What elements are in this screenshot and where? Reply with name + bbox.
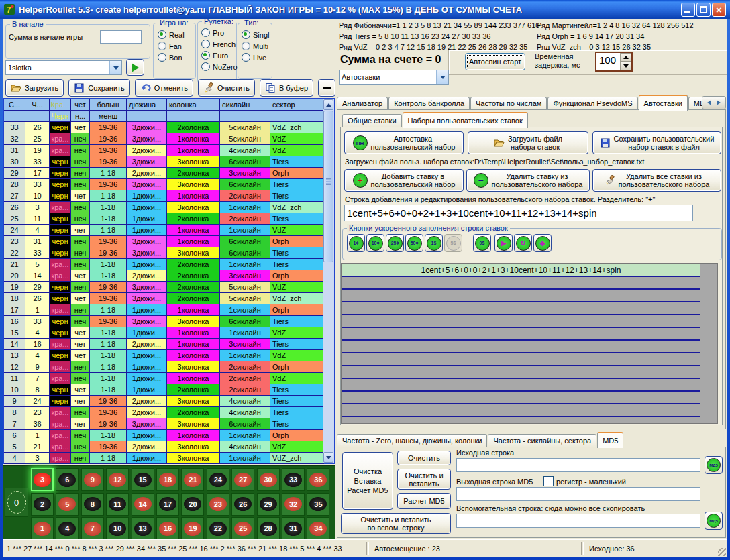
- table-row[interactable]: 736кра...чет19-363дюжи...3колонка6сиклай…: [4, 418, 334, 430]
- table-row[interactable]: 2917черннеч1-182дюжи...2колонка3сиклайнO…: [4, 168, 334, 179]
- scrollbar-thumb[interactable]: [323, 111, 333, 262]
- tab-частоты-по-числам[interactable]: Частоты по числам: [470, 97, 547, 110]
- roulette-cell-14[interactable]: 14: [132, 493, 154, 516]
- autospin-start-button[interactable]: Автоспин старт: [465, 53, 525, 70]
- roulette-cell-33[interactable]: 33: [282, 468, 305, 491]
- bet-list-row[interactable]: [342, 302, 701, 315]
- roulette-cell-19[interactable]: 19: [181, 517, 204, 540]
- toolbar-minus-button[interactable]: [318, 79, 335, 97]
- toolbar-button-очистить[interactable]: Очистить: [198, 79, 255, 97]
- roulette-cell-15[interactable]: 15: [132, 468, 154, 491]
- tab-частота-zero-шансы-дюжины-колонки[interactable]: Частота - Zero, шансы, дюжины, колонки: [337, 434, 487, 447]
- roulette-cell-1[interactable]: 1: [31, 517, 54, 540]
- roulette-cell-21[interactable]: 21: [181, 468, 204, 491]
- roulette-cell-8[interactable]: 8: [81, 493, 104, 516]
- tab-автоставки[interactable]: Автоставки: [639, 95, 688, 111]
- subtab-наборы-пользовательских-ставок[interactable]: Наборы пользовательских ставок: [403, 112, 528, 128]
- md5-clear-paste-helper-button[interactable]: Очистить и вставитьво вспом. строку: [341, 513, 451, 534]
- table-row[interactable]: 2511черннеч1-181дюжи...2колонка2сиклайнT…: [4, 213, 334, 225]
- roulette-cell-25[interactable]: 25: [231, 517, 254, 540]
- radio-french[interactable]: French: [201, 38, 238, 50]
- roulette-cell-26[interactable]: 26: [231, 493, 254, 516]
- slot-combo[interactable]: 1slotka: [5, 60, 122, 75]
- play-button[interactable]: ▶: [494, 234, 513, 252]
- scroll-down-icon[interactable]: [323, 452, 333, 463]
- table-row[interactable]: 2014кра...чет1-182дюжи...2колонка3сиклай…: [4, 270, 334, 282]
- roulette-cell-10[interactable]: 10: [106, 517, 129, 540]
- table-row[interactable]: 171кра...неч1-181дюжи...1колонка1сиклайн…: [4, 304, 334, 316]
- table-row[interactable]: 2331черннеч19-363дюжи...1колонка6сиклайн…: [4, 236, 334, 247]
- table-row[interactable]: 2233черннеч19-363дюжи...3колонка6сиклайн…: [4, 247, 334, 259]
- roulette-cell-5[interactable]: 5: [56, 493, 79, 516]
- roulette-cell-16[interactable]: 16: [156, 517, 179, 540]
- chevron-down-icon[interactable]: [109, 61, 121, 74]
- table-row[interactable]: 1633черннеч19-363дюжи...3колонка6сиклайн…: [4, 316, 334, 327]
- tab-функционал-psevdoms[interactable]: Функционал PsevdoMS: [548, 97, 637, 110]
- toolbar-button-отменить[interactable]: Отменить: [135, 79, 193, 97]
- roulette-cell-9[interactable]: 9: [81, 468, 104, 491]
- checkbox-icon[interactable]: [543, 476, 554, 486]
- start-play-button[interactable]: [126, 59, 144, 76]
- coin-button-0d[interactable]: 0$: [473, 234, 491, 252]
- roulette-cell-2[interactable]: 2: [31, 493, 54, 516]
- table-row[interactable]: 263кра...неч1-181дюжи...3колонка1сиклайн…: [4, 202, 334, 213]
- table-row[interactable]: 3033черннеч19-363дюжи...3колонка6сиклайн…: [4, 156, 334, 168]
- save-setfile-button[interactable]: Сохранить пользовательскийнабор ставок в…: [592, 131, 721, 154]
- minimize-button[interactable]: [681, 3, 695, 17]
- roulette-cell-23[interactable]: 23: [207, 493, 229, 516]
- roulette-cell-13[interactable]: 13: [132, 517, 154, 540]
- bet-list-header[interactable]: 1cent+5+6+0+0+2+1+3+10cent+10+11+12+13+1…: [342, 264, 701, 277]
- coin-button-50c[interactable]: 50¢: [405, 234, 423, 252]
- maximize-button[interactable]: [696, 3, 711, 17]
- autoset-user-button[interactable]: ПН Автоставкапользовательский набор: [344, 131, 464, 154]
- close-button[interactable]: ×: [712, 3, 726, 17]
- roulette-cell-35[interactable]: 35: [307, 493, 329, 516]
- table-row[interactable]: 117кра...неч1-181дюжи...1колонка2сиклайн…: [4, 373, 334, 384]
- radio-bon[interactable]: Bon: [158, 52, 185, 63]
- table-row[interactable]: 521кра...неч19-362дюжи...3колонка4сиклай…: [4, 441, 334, 453]
- delay-spinner[interactable]: 100: [595, 52, 633, 72]
- radio-real[interactable]: Real: [158, 29, 185, 40]
- roulette-cell-12[interactable]: 12: [106, 468, 129, 491]
- roulette-cell-6[interactable]: 6: [56, 468, 79, 491]
- md5-run-button[interactable]: МД5: [705, 456, 723, 474]
- table-row[interactable]: 823кра...неч19-362дюжи...2колонка4сиклай…: [4, 407, 334, 418]
- roulette-cell-0[interactable]: 0: [5, 488, 28, 517]
- bet-list-row[interactable]: [342, 290, 701, 302]
- md5-helper-run-button[interactable]: МД5: [705, 512, 723, 530]
- md5-clear-button[interactable]: Очистить: [397, 451, 451, 465]
- roulette-cell-31[interactable]: 31: [282, 517, 305, 540]
- table-row[interactable]: 244чернчет1-181дюжи...1колонка1сиклайнVd…: [4, 225, 334, 236]
- roulette-cell-24[interactable]: 24: [207, 468, 229, 491]
- table-row[interactable]: 3225кра...неч19-363дюжи...1колонка5сикла…: [4, 133, 334, 145]
- table-row[interactable]: 108чернчет1-181дюжи...2колонка2сиклайнTi…: [4, 384, 334, 396]
- history-table-body[interactable]: 3326чернчет19-363дюжи...2колонка5сиклайн…: [4, 122, 334, 464]
- md5-multi-button[interactable]: ОчисткаВставкаРасчет MD5: [342, 452, 393, 510]
- tab-частота-сиклайны-сектора[interactable]: Частота - сиклайны, сектора: [488, 434, 596, 447]
- table-row[interactable]: 215кра...неч1-181дюжи...2колонка1сиклайн…: [4, 259, 334, 270]
- radio-singl[interactable]: Singl: [242, 29, 269, 40]
- coin-button-10c[interactable]: 10¢: [366, 234, 384, 252]
- table-row[interactable]: 924чернчет19-362дюжи...3колонка4сиклайнT…: [4, 396, 334, 407]
- radio-fan[interactable]: Fan: [158, 40, 185, 52]
- md5-calc-button[interactable]: Расчет MD5: [397, 493, 451, 509]
- table-row[interactable]: 154чернчет1-181дюжи...1колонка1сиклайнVd…: [4, 327, 334, 339]
- table-row[interactable]: 3326чернчет19-363дюжи...2колонка5сиклайн…: [4, 122, 334, 133]
- delay-value[interactable]: 100: [596, 53, 620, 70]
- history-table-scrollbar[interactable]: [323, 99, 334, 463]
- roulette-cell-36[interactable]: 36: [307, 468, 329, 491]
- md5-helper-input[interactable]: [456, 514, 700, 528]
- roulette-cell-30[interactable]: 30: [257, 468, 280, 491]
- toolbar-button-сохранить[interactable]: Сохранить: [68, 79, 130, 97]
- shuffle-button[interactable]: ◆: [533, 234, 552, 252]
- roulette-cell-29[interactable]: 29: [257, 493, 280, 516]
- resize-grip[interactable]: [718, 548, 726, 556]
- subtab-общие-ставки[interactable]: Общие ставки: [342, 114, 402, 127]
- scroll-up-icon[interactable]: [323, 99, 333, 110]
- table-row[interactable]: 134чернчет1-181дюжи...1колонка1сиклайнVd…: [4, 350, 334, 361]
- start-sum-input[interactable]: [100, 30, 142, 44]
- table-row[interactable]: 43кра...неч1-181дюжи...3колонка1сиклайнV…: [4, 453, 334, 464]
- bet-list-row[interactable]: [342, 366, 701, 379]
- roulette-cell-3[interactable]: 3: [31, 468, 54, 491]
- roulette-cell-4[interactable]: 4: [56, 517, 79, 540]
